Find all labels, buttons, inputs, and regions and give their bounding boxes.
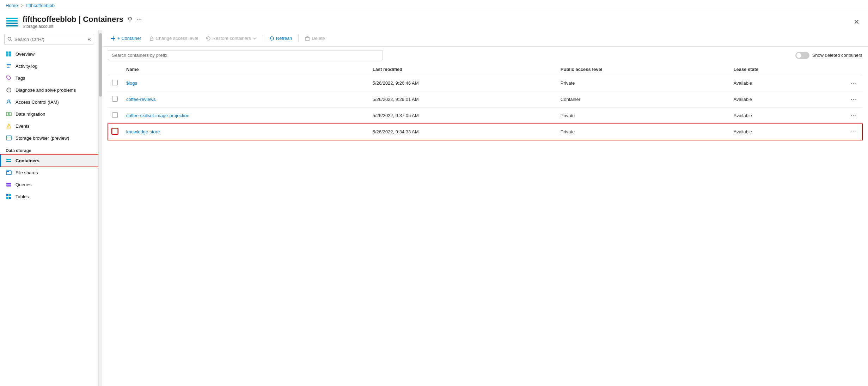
- svg-rect-3: [6, 25, 18, 26]
- svg-rect-29: [6, 183, 11, 184]
- container-access-0: Private: [556, 75, 729, 91]
- nav-iam[interactable]: Access Control (IAM): [0, 96, 98, 108]
- nav-storage-browser[interactable]: Storage browser (preview): [0, 132, 98, 144]
- nav-tags[interactable]: Tags: [0, 72, 98, 84]
- nav-events-label: Events: [16, 123, 30, 129]
- restore-containers-button[interactable]: Restore containers: [203, 34, 259, 43]
- svg-rect-27: [6, 172, 11, 172]
- container-modified-0: 5/26/2022, 9:26:46 AM: [368, 75, 556, 91]
- svg-rect-33: [9, 194, 11, 196]
- svg-rect-2: [6, 23, 18, 24]
- svg-rect-25: [6, 161, 11, 162]
- row-checkbox-3[interactable]: [112, 128, 118, 134]
- svg-rect-38: [150, 38, 153, 41]
- table-row: knowledge-store 5/26/2022, 9:34:33 AM Pr…: [108, 124, 862, 140]
- container-lease-0: Available: [729, 75, 844, 91]
- page-subtitle: Storage account: [23, 24, 142, 29]
- iam-icon: [6, 99, 12, 105]
- container-name-0[interactable]: $logs: [126, 80, 137, 86]
- svg-point-21: [8, 127, 9, 128]
- row-checkbox-0[interactable]: [112, 80, 118, 85]
- svg-rect-30: [6, 185, 11, 186]
- nav-containers[interactable]: Containers: [0, 155, 98, 167]
- containers-icon: [6, 157, 12, 164]
- row-more-button-2[interactable]: ···: [849, 111, 858, 120]
- svg-rect-23: [6, 137, 11, 137]
- row-checkbox-2[interactable]: [112, 112, 118, 118]
- pin-icon[interactable]: ⚲: [128, 16, 132, 23]
- tags-icon: [6, 75, 12, 81]
- add-container-button[interactable]: + Container: [108, 34, 144, 43]
- show-deleted-label: Show deleted containers: [812, 53, 862, 58]
- nav-data-migration[interactable]: Data migration: [0, 108, 98, 120]
- data-storage-section-label: Data storage: [0, 144, 98, 155]
- breadcrumb: Home > fifthcoffeeblob: [0, 0, 868, 11]
- breadcrumb-current[interactable]: fifthcoffeeblob: [26, 3, 55, 8]
- add-container-label: + Container: [117, 36, 141, 41]
- sidebar-search-placeholder: Search (Ctrl+/): [14, 37, 44, 42]
- diagnose-icon: [6, 87, 12, 93]
- svg-rect-6: [6, 52, 8, 54]
- svg-rect-8: [6, 54, 8, 56]
- toolbar-separator-1: [263, 35, 263, 42]
- svg-rect-31: [6, 186, 11, 187]
- toolbar-separator-2: [298, 35, 299, 42]
- sidebar-search[interactable]: Search (Ctrl+/) «: [4, 34, 94, 44]
- change-access-button[interactable]: Change access level: [146, 34, 201, 43]
- file-shares-icon: [6, 169, 12, 176]
- col-lease-state: Lease state: [729, 64, 844, 75]
- main-layout: Search (Ctrl+/) « Overview Activity log …: [0, 30, 868, 386]
- svg-point-15: [8, 91, 9, 91]
- svg-rect-18: [9, 112, 11, 116]
- containers-table-container: Name Last modified Public access level L…: [102, 64, 868, 140]
- delete-icon: [305, 36, 310, 41]
- table-row: $logs 5/26/2022, 9:26:46 AM Private Avai…: [108, 75, 862, 91]
- container-name-1[interactable]: coffee-reviews: [126, 97, 156, 102]
- row-checkbox-1[interactable]: [112, 96, 118, 102]
- row-more-button-0[interactable]: ···: [849, 79, 858, 88]
- nav-events[interactable]: Events: [0, 120, 98, 132]
- close-button[interactable]: ✕: [851, 16, 862, 28]
- svg-rect-17: [6, 112, 8, 116]
- show-deleted-toggle[interactable]: [795, 52, 809, 59]
- container-search-input[interactable]: [108, 50, 383, 60]
- refresh-label: Refresh: [276, 36, 292, 41]
- content-area: + Container Change access level Restore …: [102, 30, 868, 386]
- storage-account-icon: [6, 16, 18, 28]
- activity-log-icon: [6, 63, 12, 69]
- overview-icon: [6, 51, 12, 57]
- more-options-icon[interactable]: ···: [136, 16, 142, 23]
- nav-overview[interactable]: Overview: [0, 48, 98, 60]
- nav-file-shares[interactable]: File shares: [0, 167, 98, 179]
- container-name-3[interactable]: knowledge-store: [126, 129, 160, 134]
- container-search-bar: Show deleted containers: [102, 47, 868, 64]
- nav-diagnose[interactable]: Diagnose and solve problems: [0, 84, 98, 96]
- svg-rect-0: [6, 18, 18, 19]
- delete-button[interactable]: Delete: [302, 34, 328, 43]
- refresh-button[interactable]: Refresh: [267, 34, 295, 43]
- svg-rect-32: [6, 194, 8, 196]
- nav-queues[interactable]: Queues: [0, 179, 98, 191]
- sidebar-scrollbar[interactable]: [99, 30, 102, 386]
- container-lease-2: Available: [729, 108, 844, 124]
- row-more-button-3[interactable]: ···: [849, 127, 858, 136]
- container-access-1: Container: [556, 91, 729, 108]
- container-name-2[interactable]: coffee-skillset-image-projection: [126, 113, 189, 118]
- svg-rect-34: [6, 197, 8, 199]
- breadcrumb-home[interactable]: Home: [6, 3, 18, 8]
- containers-table: Name Last modified Public access level L…: [108, 64, 862, 140]
- page-title: fifthcoffeeblob | Containers: [23, 15, 123, 24]
- delete-label: Delete: [312, 36, 325, 41]
- row-more-button-1[interactable]: ···: [849, 95, 858, 104]
- nav-activity-log[interactable]: Activity log: [0, 60, 98, 72]
- svg-rect-9: [9, 54, 11, 56]
- svg-rect-24: [6, 159, 11, 160]
- svg-rect-12: [7, 67, 10, 68]
- sidebar-collapse-button[interactable]: «: [88, 36, 91, 42]
- nav-containers-label: Containers: [16, 158, 39, 163]
- page-header: fifthcoffeeblob | Containers ⚲ ··· Stora…: [0, 11, 868, 30]
- svg-rect-7: [9, 52, 11, 54]
- tables-icon: [6, 193, 12, 200]
- events-icon: [6, 123, 12, 129]
- nav-tables[interactable]: Tables: [0, 191, 98, 203]
